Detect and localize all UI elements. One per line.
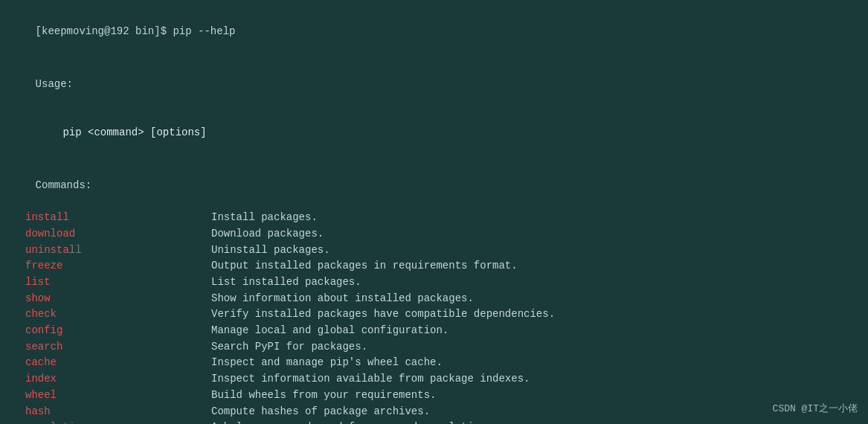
usage-command-line: pip <command> [options] bbox=[10, 109, 858, 157]
commands-label-line: Commands: bbox=[10, 161, 858, 210]
command-row: indexInspect information available from … bbox=[10, 371, 858, 388]
command-row: checkVerify installed packages have comp… bbox=[10, 306, 858, 323]
command-description: Download packages. bbox=[211, 226, 324, 242]
command-row: downloadDownload packages. bbox=[10, 226, 858, 242]
command-description: Build wheels from your requirements. bbox=[211, 388, 436, 404]
command-name: download bbox=[25, 226, 211, 242]
commands-list: installInstall packages.downloadDownload… bbox=[10, 210, 858, 424]
command-description: Uninstall packages. bbox=[211, 242, 330, 259]
command-name: index bbox=[25, 371, 211, 388]
command-description: Compute hashes of package archives. bbox=[211, 404, 430, 420]
usage-label: Usage: bbox=[36, 78, 73, 90]
command-row: listList installed packages. bbox=[10, 274, 858, 291]
command-description: Show information about installed package… bbox=[211, 291, 474, 307]
command-name: completion bbox=[25, 420, 211, 424]
command-row: wheelBuild wheels from your requirements… bbox=[10, 388, 858, 404]
command-row: searchSearch PyPI for packages. bbox=[10, 339, 858, 356]
command-row: completionA helper command used for comm… bbox=[10, 420, 858, 424]
command-description: Install packages. bbox=[211, 210, 318, 226]
prompt-text: [keepmoving@192 bin]$ pip --help bbox=[36, 25, 236, 37]
command-row: showShow information about installed pac… bbox=[10, 291, 858, 307]
command-name: search bbox=[25, 339, 211, 356]
command-row: configManage local and global configurat… bbox=[10, 323, 858, 339]
command-description: Manage local and global configuration. bbox=[211, 323, 449, 339]
usage-command: pip <command> [options] bbox=[36, 126, 207, 138]
command-description: Inspect and manage pip's wheel cache. bbox=[211, 355, 443, 371]
command-row: uninstallUninstall packages. bbox=[10, 242, 858, 259]
command-description: Search PyPI for packages. bbox=[211, 339, 367, 356]
command-name: install bbox=[25, 210, 211, 226]
usage-label-line: Usage: bbox=[10, 60, 858, 109]
commands-label: Commands: bbox=[36, 179, 92, 191]
command-name: freeze bbox=[25, 258, 211, 274]
command-name: wheel bbox=[25, 388, 211, 404]
command-name: check bbox=[25, 306, 211, 323]
command-row: hashCompute hashes of package archives. bbox=[10, 404, 858, 420]
command-row: installInstall packages. bbox=[10, 210, 858, 226]
command-name: uninstall bbox=[25, 242, 211, 259]
command-description: Inspect information available from packa… bbox=[211, 371, 530, 388]
command-description: List installed packages. bbox=[211, 274, 361, 291]
command-name: cache bbox=[25, 355, 211, 371]
command-description: A helper command used for command comple… bbox=[211, 420, 492, 424]
command-description: Verify installed packages have compatibl… bbox=[211, 306, 555, 323]
watermark: CSDN @IT之一小佬 bbox=[773, 402, 858, 417]
command-name: show bbox=[25, 291, 211, 307]
command-name: list bbox=[25, 274, 211, 291]
command-row: cacheInspect and manage pip's wheel cach… bbox=[10, 355, 858, 371]
command-row: freezeOutput installed packages in requi… bbox=[10, 258, 858, 274]
command-name: config bbox=[25, 323, 211, 339]
prompt-line: [keepmoving@192 bin]$ pip --help bbox=[10, 7, 858, 56]
command-description: Output installed packages in requirement… bbox=[211, 258, 518, 274]
terminal-container: [keepmoving@192 bin]$ pip --help Usage: … bbox=[10, 7, 858, 424]
command-name: hash bbox=[25, 404, 211, 420]
